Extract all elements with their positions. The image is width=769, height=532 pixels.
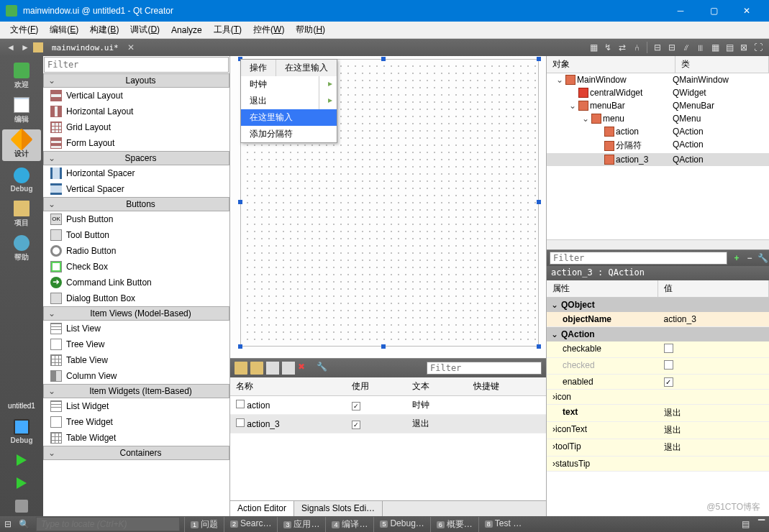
widget-cat-Spacers[interactable]: ⌄Spacers bbox=[43, 151, 229, 165]
widget-cat-Buttons[interactable]: ⌄Buttons bbox=[43, 197, 229, 211]
close-sidebar-icon[interactable]: ⊟ bbox=[1, 518, 14, 531]
nav-fwd-icon[interactable]: ► bbox=[19, 41, 32, 54]
menu-帮助(H)[interactable]: 帮助(H) bbox=[290, 22, 331, 38]
mode-projects[interactable]: 项目 bbox=[2, 198, 41, 230]
layout-form-icon[interactable]: ▤ bbox=[723, 41, 736, 54]
oi-scrollbar[interactable] bbox=[547, 239, 769, 249]
widget-dialog-button-box[interactable]: Dialog Button Box bbox=[43, 290, 229, 306]
action-row-action_3[interactable]: action_3✓退出 bbox=[230, 415, 546, 434]
menu-title[interactable]: 操作 bbox=[241, 60, 276, 76]
widget-cat-Item Views (Model-Based)[interactable]: ⌄Item Views (Model-Based) bbox=[43, 306, 229, 321]
open-action-icon[interactable] bbox=[250, 362, 263, 375]
mode-debug[interactable]: Debug bbox=[2, 164, 41, 196]
pe-col-name[interactable]: 属性 bbox=[547, 280, 658, 297]
obj-MainWindow[interactable]: ⌄MainWindowQMainWindow bbox=[547, 73, 769, 86]
remove-prop-icon[interactable]: − bbox=[743, 252, 756, 265]
adjust-size-icon[interactable]: ⛶ bbox=[752, 41, 765, 54]
config-prop-icon[interactable]: 🔧 bbox=[756, 252, 769, 265]
object-tree[interactable]: ⌄MainWindowQMainWindowcentralWidgetQWidg… bbox=[547, 73, 769, 239]
checkbox-icon[interactable]: ✓ bbox=[664, 377, 673, 387]
menu-调试(D)[interactable]: 调试(D) bbox=[124, 22, 165, 38]
checkbox-icon[interactable] bbox=[664, 360, 673, 370]
action-filter-input[interactable] bbox=[427, 362, 542, 375]
search-icon[interactable]: 🔍 bbox=[17, 518, 30, 531]
mode-edit[interactable]: 编辑 bbox=[2, 95, 41, 127]
menu-编辑(E)[interactable]: 编辑(E) bbox=[44, 22, 84, 38]
obj-action[interactable]: actionQAction bbox=[547, 125, 769, 138]
obj-menu[interactable]: ⌄menuQMenu bbox=[547, 112, 769, 125]
widget-push-button[interactable]: OKPush Button bbox=[43, 211, 229, 227]
widget-vertical-spacer[interactable]: Vertical Spacer bbox=[43, 181, 229, 197]
edit-buddies-icon[interactable]: ⇄ bbox=[616, 41, 629, 54]
menu-控件(W)[interactable]: 控件(W) bbox=[247, 22, 290, 38]
oi-col-object[interactable]: 对象 bbox=[547, 56, 675, 73]
delete-action-icon[interactable]: ✖ bbox=[298, 362, 311, 375]
widget-cat-Containers[interactable]: ⌄Containers bbox=[43, 446, 229, 460]
property-list[interactable]: ⌄QObjectobjectNameaction_3⌄QActionchecka… bbox=[547, 298, 769, 516]
menu-item-clock[interactable]: 时钟 bbox=[241, 76, 319, 93]
widget-vertical-layout[interactable]: Vertical Layout bbox=[43, 88, 229, 104]
copy-action-icon[interactable] bbox=[266, 362, 279, 375]
checkbox-icon[interactable] bbox=[236, 418, 245, 427]
ae-tab-1[interactable]: Signals Slots Edi… bbox=[294, 501, 383, 516]
widgetbox-list[interactable]: ⌄LayoutsVertical LayoutHorizontal Layout… bbox=[43, 73, 229, 516]
widget-column-view[interactable]: Column View bbox=[43, 368, 229, 384]
widget-check-box[interactable]: Check Box bbox=[43, 259, 229, 275]
status-tab-8[interactable]: 8Test … bbox=[478, 517, 527, 532]
form-canvas[interactable]: 操作 在这里输入 时钟 ▸ 退出 ▸ 在这里输入 添加分隔符 bbox=[230, 56, 546, 358]
edit-widgets-icon[interactable]: ▦ bbox=[587, 41, 600, 54]
add-prop-icon[interactable]: + bbox=[730, 252, 743, 265]
prop-checked[interactable]: checked bbox=[547, 358, 769, 375]
break-layout-icon[interactable]: ⊠ bbox=[737, 41, 750, 54]
run-button[interactable] bbox=[2, 450, 41, 470]
minimize-button[interactable]: ─ bbox=[664, 0, 697, 22]
layout-h-icon[interactable]: ⊟ bbox=[651, 41, 664, 54]
widget-radio-button[interactable]: Radio Button bbox=[43, 243, 229, 259]
menu-item-type-here[interactable]: 在这里输入 bbox=[241, 109, 337, 126]
locator-input[interactable] bbox=[36, 517, 180, 531]
toggle-right-icon[interactable]: ▤ bbox=[739, 518, 752, 531]
expand-icon[interactable]: › bbox=[552, 392, 555, 402]
paste-action-icon[interactable] bbox=[282, 362, 295, 375]
widget-list-widget[interactable]: List Widget bbox=[43, 398, 229, 414]
status-tab-3[interactable]: 3应用… bbox=[277, 517, 325, 532]
kit-selector[interactable]: Debug bbox=[2, 416, 41, 447]
prop-cat-QAction[interactable]: ⌄QAction bbox=[547, 327, 769, 341]
prop-checkable[interactable]: checkable bbox=[547, 341, 769, 358]
pe-col-value[interactable]: 值 bbox=[658, 280, 770, 297]
status-tab-2[interactable]: 2Searc… bbox=[224, 517, 277, 532]
widget-tool-button[interactable]: Tool Button bbox=[43, 227, 229, 243]
status-tab-5[interactable]: 5Debug… bbox=[373, 517, 429, 532]
prop-text[interactable]: text退出 bbox=[547, 405, 769, 422]
widget-tree-view[interactable]: Tree View bbox=[43, 336, 229, 352]
menu-item-add-separator[interactable]: 添加分隔符 bbox=[241, 126, 337, 142]
widgetbox-filter-input[interactable] bbox=[44, 57, 229, 73]
debug-run-button[interactable] bbox=[2, 473, 41, 493]
action-row-action[interactable]: action✓时钟 bbox=[230, 396, 546, 415]
menu-type-here[interactable]: 在这里输入 bbox=[276, 60, 337, 76]
edit-signals-icon[interactable]: ↯ bbox=[601, 41, 614, 54]
status-tab-6[interactable]: 6概要… bbox=[430, 517, 478, 532]
prop-enabled[interactable]: enabled✓ bbox=[547, 375, 769, 390]
menu-dropdown[interactable]: 操作 在这里输入 时钟 ▸ 退出 ▸ 在这里输入 添加分隔符 bbox=[240, 59, 337, 143]
status-tab-1[interactable]: 1问题 bbox=[184, 517, 224, 532]
prop-icon[interactable]: ›icon bbox=[547, 390, 769, 405]
prop-cat-QObject[interactable]: ⌄QObject bbox=[547, 298, 769, 312]
mode-welcome[interactable]: 欢迎 bbox=[2, 60, 41, 92]
widget-table-view[interactable]: Table View bbox=[43, 352, 229, 368]
menu-Analyze[interactable]: Analyze bbox=[165, 23, 208, 37]
expand-icon[interactable]: › bbox=[552, 441, 555, 451]
crumb-close-icon[interactable]: ✕ bbox=[124, 41, 137, 54]
widget-list-view[interactable]: List View bbox=[43, 321, 229, 336]
expand-icon[interactable]: › bbox=[552, 424, 555, 434]
nav-back-icon[interactable]: ◄ bbox=[4, 41, 17, 54]
build-button[interactable] bbox=[2, 496, 41, 516]
twisty-icon[interactable]: ⌄ bbox=[568, 101, 577, 111]
widget-command-link-button[interactable]: ➜Command Link Button bbox=[43, 275, 229, 290]
menu-item-exit[interactable]: 退出 bbox=[241, 93, 319, 109]
twisty-icon[interactable]: ⌄ bbox=[581, 114, 590, 124]
prop-statusTip[interactable]: ›statusTip bbox=[547, 457, 769, 472]
layout-hsplit-icon[interactable]: ⫽ bbox=[680, 41, 693, 54]
prop-toolTip[interactable]: ›toolTip退出 bbox=[547, 439, 769, 457]
mode-design[interactable]: 设计 bbox=[2, 129, 41, 161]
